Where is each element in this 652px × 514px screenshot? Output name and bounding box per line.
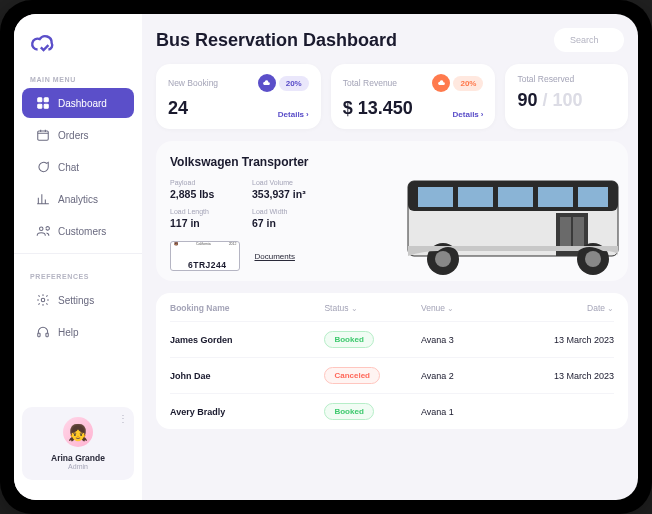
stat-value: 90 / 100	[517, 90, 582, 111]
grid-icon	[36, 96, 50, 110]
svg-rect-12	[458, 187, 493, 207]
user-name: Arina Grande	[51, 453, 105, 463]
logo	[14, 26, 142, 70]
svg-rect-14	[538, 187, 573, 207]
th-date[interactable]: Date⌄	[517, 303, 614, 313]
details-link[interactable]: Details›	[453, 110, 484, 119]
th-venue[interactable]: Venue⌄	[421, 303, 518, 313]
chevron-right-icon: ›	[306, 110, 309, 119]
bookings-table: Booking Name Status⌄ Venue⌄ Date⌄ James …	[156, 293, 628, 429]
stat-value: $ 13.450	[343, 98, 413, 119]
sidebar-item-settings[interactable]: Settings	[22, 285, 134, 315]
chevron-down-icon: ⌄	[351, 304, 358, 313]
stat-label: Total Reserved	[517, 74, 574, 84]
spec-payload: 2,885 lbs	[170, 188, 242, 200]
cell-venue: Avana 1	[421, 407, 518, 417]
svg-point-6	[41, 298, 45, 302]
cell-name: James Gorden	[170, 335, 324, 345]
svg-rect-2	[38, 104, 42, 108]
cell-name: Avery Bradly	[170, 407, 324, 417]
sidebar-item-label: Dashboard	[58, 98, 107, 109]
cell-status: Booked	[324, 403, 421, 420]
svg-rect-11	[418, 187, 453, 207]
vehicle-card: Volkswagen Transporter Payload2,885 lbs …	[156, 141, 628, 281]
users-icon	[36, 224, 50, 238]
sidebar-item-label: Chat	[58, 162, 79, 173]
stat-new-booking: New Booking 20% 24 Details›	[156, 64, 321, 129]
documents-link[interactable]: Documents	[254, 252, 294, 261]
sidebar-item-label: Analytics	[58, 194, 98, 205]
svg-rect-7	[38, 333, 40, 337]
cloud-up-icon	[432, 74, 450, 92]
cell-status: Canceled	[324, 367, 421, 384]
spec-width: 67 in	[252, 217, 324, 229]
stat-label: Total Revenue	[343, 78, 397, 88]
avatar: 👧	[63, 417, 93, 447]
table-row[interactable]: James GordenBookedAvana 313 March 2023	[170, 321, 614, 357]
svg-rect-15	[578, 187, 608, 207]
section-preferences: PREFERENCES	[14, 267, 142, 284]
sidebar-item-help[interactable]: Help	[22, 317, 134, 347]
table-row[interactable]: Avery BradlyBookedAvana 1	[170, 393, 614, 429]
calendar-icon	[36, 128, 50, 142]
svg-point-5	[40, 227, 44, 231]
user-card: ⋮ 👧 Arina Grande Admin	[22, 407, 134, 480]
sidebar-item-orders[interactable]: Orders	[22, 120, 134, 150]
sidebar: MAIN MENU Dashboard Orders Chat Analytic…	[14, 14, 142, 500]
chat-icon	[36, 160, 50, 174]
cloud-up-icon	[258, 74, 276, 92]
spec-length: 117 in	[170, 217, 242, 229]
svg-rect-0	[38, 98, 42, 102]
table-row[interactable]: John DaeCanceledAvana 213 March 2023	[170, 357, 614, 393]
stat-label: New Booking	[168, 78, 218, 88]
svg-point-20	[435, 251, 451, 267]
status-badge: Booked	[324, 403, 373, 420]
gear-icon	[36, 293, 50, 307]
sidebar-item-label: Orders	[58, 130, 89, 141]
cell-venue: Avana 2	[421, 371, 518, 381]
bus-image	[388, 151, 628, 281]
search-input[interactable]: Search	[554, 28, 624, 52]
svg-rect-13	[498, 187, 533, 207]
headphones-icon	[36, 325, 50, 339]
status-badge: Canceled	[324, 367, 380, 384]
cell-venue: Avana 3	[421, 335, 518, 345]
svg-rect-4	[38, 131, 49, 140]
chevron-down-icon: ⌄	[447, 304, 454, 313]
stat-pct: 20%	[453, 76, 483, 91]
svg-rect-1	[44, 98, 48, 102]
table-header: Booking Name Status⌄ Venue⌄ Date⌄	[170, 303, 614, 321]
sidebar-item-dashboard[interactable]: Dashboard	[22, 88, 134, 118]
stat-pct: 20%	[279, 76, 309, 91]
stat-revenue: Total Revenue 20% $ 13.450 Details›	[331, 64, 496, 129]
sidebar-item-analytics[interactable]: Analytics	[22, 184, 134, 214]
th-status[interactable]: Status⌄	[324, 303, 421, 313]
user-menu-icon[interactable]: ⋮	[118, 413, 128, 424]
cell-date: 13 March 2023	[517, 371, 614, 381]
chevron-right-icon: ›	[481, 110, 484, 119]
sidebar-item-label: Customers	[58, 226, 106, 237]
main: Bus Reservation Dashboard Search New Boo…	[142, 14, 638, 500]
status-badge: Booked	[324, 331, 373, 348]
spec-volume: 353,937 in³	[252, 188, 324, 200]
details-link[interactable]: Details›	[278, 110, 309, 119]
section-main-menu: MAIN MENU	[14, 70, 142, 87]
sidebar-item-chat[interactable]: Chat	[22, 152, 134, 182]
chevron-down-icon: ⌄	[607, 304, 614, 313]
page-title: Bus Reservation Dashboard	[156, 30, 397, 51]
license-plate: 🐻California2012 6TRJ244	[170, 241, 240, 271]
stat-value: 24	[168, 98, 188, 119]
chart-icon	[36, 192, 50, 206]
sidebar-item-customers[interactable]: Customers	[22, 216, 134, 246]
sidebar-item-label: Settings	[58, 295, 94, 306]
svg-rect-8	[46, 333, 48, 337]
cell-name: John Dae	[170, 371, 324, 381]
cell-status: Booked	[324, 331, 421, 348]
svg-rect-18	[573, 217, 584, 247]
sidebar-item-label: Help	[58, 327, 79, 338]
svg-rect-17	[560, 217, 571, 247]
stat-reserved: Total Reserved 90 / 100	[505, 64, 628, 129]
cell-date: 13 March 2023	[517, 335, 614, 345]
th-name: Booking Name	[170, 303, 324, 313]
user-role: Admin	[68, 463, 88, 470]
